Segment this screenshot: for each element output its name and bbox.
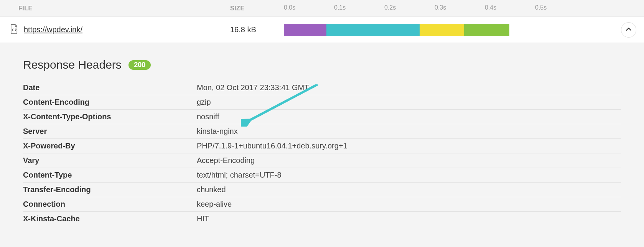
timeline-scale: 0.0s0.1s0.2s0.3s0.4s0.5s: [284, 0, 644, 16]
column-header-size: SIZE: [230, 5, 284, 12]
header-row: X-Content-Type-Optionsnosniff: [23, 110, 621, 124]
timing-waterfall: [284, 17, 644, 43]
response-headers-table: DateMon, 02 Oct 2017 23:33:41 GMTContent…: [23, 81, 621, 226]
header-value: kinsta-nginx: [197, 124, 621, 139]
status-badge: 200: [128, 60, 151, 70]
header-name: Content-Encoding: [23, 95, 197, 110]
table-header: FILE SIZE 0.0s0.1s0.2s0.3s0.4s0.5s: [0, 0, 644, 17]
chevron-up-icon: [626, 26, 631, 33]
header-row: Connectionkeep-alive: [23, 197, 621, 212]
document-code-icon: [10, 24, 18, 36]
column-header-file: FILE: [18, 5, 230, 12]
request-size: 16.8 kB: [230, 25, 284, 34]
header-row: Content-Encodinggzip: [23, 95, 621, 110]
timeline-tick: 0.0s: [284, 4, 295, 11]
header-row: Serverkinsta-nginx: [23, 124, 621, 139]
header-value: chunked: [197, 183, 621, 197]
header-row: X-Kinsta-CacheHIT: [23, 212, 621, 226]
header-value: gzip: [197, 95, 621, 110]
header-row: DateMon, 02 Oct 2017 23:33:41 GMT: [23, 81, 621, 95]
header-name: Server: [23, 124, 197, 139]
timing-segment: [284, 24, 326, 36]
waterfall-panel: FILE SIZE 0.0s0.1s0.2s0.3s0.4s0.5s https…: [0, 0, 644, 234]
response-details: Response Headers 200 DateMon, 02 Oct 201…: [0, 43, 644, 234]
header-name: Date: [23, 81, 197, 95]
timing-segment: [464, 24, 509, 36]
header-name: Transfer-Encoding: [23, 183, 197, 197]
request-row[interactable]: https://wpdev.ink/ 16.8 kB: [0, 17, 644, 43]
header-value: text/html; charset=UTF-8: [197, 168, 621, 183]
header-value: PHP/7.1.9-1+ubuntu16.04.1+deb.sury.org+1: [197, 139, 621, 153]
header-row: Content-Typetext/html; charset=UTF-8: [23, 168, 621, 183]
header-name: Vary: [23, 153, 197, 168]
header-name: X-Kinsta-Cache: [23, 212, 197, 226]
timing-segment: [420, 24, 464, 36]
header-row: Transfer-Encodingchunked: [23, 183, 621, 197]
expand-toggle-button[interactable]: [621, 22, 636, 38]
header-value: nosniff: [197, 110, 621, 124]
header-name: X-Powered-By: [23, 139, 197, 153]
timing-segment: [326, 24, 420, 36]
timeline-tick: 0.2s: [384, 4, 396, 11]
header-value: Mon, 02 Oct 2017 23:33:41 GMT: [197, 81, 621, 95]
request-url[interactable]: https://wpdev.ink/: [24, 25, 230, 34]
header-row: VaryAccept-Encoding: [23, 153, 621, 168]
header-value: HIT: [197, 212, 621, 226]
timeline-tick: 0.1s: [334, 4, 346, 11]
header-name: Content-Type: [23, 168, 197, 183]
header-name: X-Content-Type-Options: [23, 110, 197, 124]
response-headers-title: Response Headers: [23, 58, 122, 71]
header-value: Accept-Encoding: [197, 153, 621, 168]
header-value: keep-alive: [197, 197, 621, 212]
timeline-tick: 0.4s: [485, 4, 496, 11]
header-row: X-Powered-ByPHP/7.1.9-1+ubuntu16.04.1+de…: [23, 139, 621, 153]
header-name: Connection: [23, 197, 197, 212]
timeline-tick: 0.3s: [435, 4, 446, 11]
timeline-tick: 0.5s: [535, 4, 547, 11]
